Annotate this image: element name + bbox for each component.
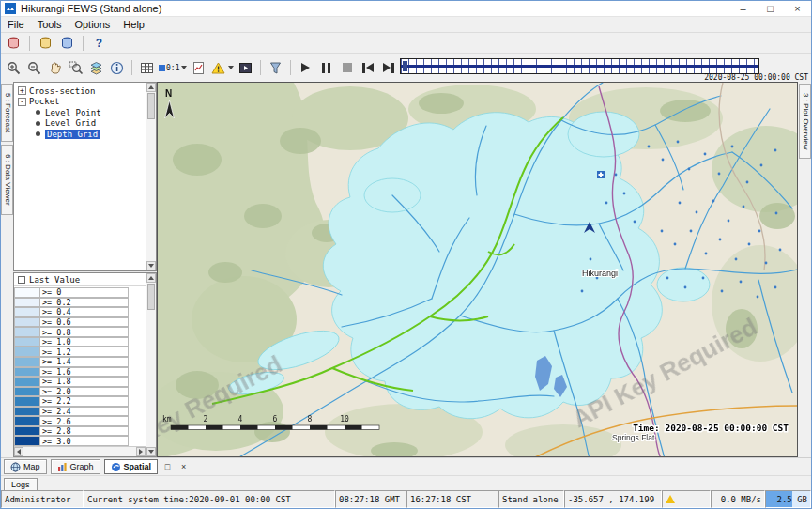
time-slider[interactable]: [400, 58, 759, 74]
layers-tree: + Cross-section - Pocket Level Point Lev…: [13, 82, 157, 271]
scroll-right-icon[interactable]: [136, 447, 146, 456]
animation-export-button[interactable]: [236, 58, 255, 77]
menu-help[interactable]: Help: [116, 19, 151, 30]
view-tab-bar: Map Graph Spatial □ ×: [1, 457, 811, 475]
step-back-icon: [366, 63, 374, 72]
info-button[interactable]: [107, 58, 127, 77]
last-value-checkbox[interactable]: [18, 276, 25, 284]
expander-plus-icon[interactable]: +: [18, 86, 26, 95]
step-forward-icon: [383, 63, 391, 72]
svg-text:4: 4: [238, 415, 243, 424]
scroll-left-icon[interactable]: [14, 447, 23, 456]
tab-spatial[interactable]: Spatial: [104, 459, 159, 474]
expander-minus-icon[interactable]: -: [18, 98, 26, 106]
scroll-thumb[interactable]: [147, 284, 155, 310]
stop-button[interactable]: [337, 58, 357, 77]
legend-swatch: [14, 307, 40, 317]
database-red-button[interactable]: [4, 34, 23, 53]
maximize-button[interactable]: □: [757, 1, 784, 16]
app-logo-icon: [5, 3, 16, 14]
tree-scrollbar[interactable]: [146, 83, 156, 270]
menu-bar: File Tools Options Help: [1, 17, 811, 33]
tree-item-depth-grid[interactable]: Depth Grid: [14, 129, 145, 140]
scroll-up-icon[interactable]: [146, 273, 156, 283]
step-back-button[interactable]: [358, 58, 377, 77]
tree-item-pocket[interactable]: - Pocket: [14, 97, 145, 108]
menu-file[interactable]: File: [1, 19, 31, 30]
timeseries-profile-button[interactable]: [189, 58, 208, 77]
toolbar-separator: [83, 36, 84, 51]
close-tab-button[interactable]: ×: [177, 461, 190, 473]
workspace: 5 : Forecast 6 : Data Viewer + Cross-sec…: [1, 82, 811, 457]
tab-map[interactable]: Map: [4, 459, 47, 474]
scroll-up-icon[interactable]: [146, 83, 156, 92]
tab-forecast[interactable]: 5 : Forecast: [1, 84, 13, 142]
database-blue-button[interactable]: [57, 34, 77, 53]
close-button[interactable]: ×: [784, 1, 811, 16]
ratio-label: 0:1: [166, 64, 179, 72]
svg-text:N: N: [165, 88, 172, 99]
zoom-out-button[interactable]: [24, 58, 44, 77]
toolbar-separator: [29, 36, 30, 51]
status-bar: Administrator Current system time:2020-0…: [1, 490, 811, 508]
status-network: 0.0 MB/s: [711, 490, 765, 508]
legend-row: >= 0.2: [14, 298, 146, 308]
value-ratio-dropdown[interactable]: 0:1: [158, 58, 188, 77]
status-mode: Stand alone: [498, 490, 564, 508]
map-time-label: Time: 2020-08-25 00:00:00 CST: [633, 423, 789, 433]
help-button[interactable]: ?: [89, 34, 109, 53]
hand-icon: [47, 60, 63, 76]
zoom-region-button[interactable]: [66, 58, 85, 77]
play-button[interactable]: [296, 58, 315, 77]
legend-hscrollbar[interactable]: [14, 446, 146, 456]
tab-graph[interactable]: Graph: [51, 459, 100, 474]
profile-tool-button[interactable]: [266, 58, 285, 77]
legend-scrollbar[interactable]: [146, 273, 156, 456]
legend-panel: Last Value >= 0 >= 0.2 >= 0.4 >= 0.6 >= …: [13, 272, 157, 457]
tree-item-cross-section[interactable]: + Cross-section: [14, 85, 145, 97]
left-tab-strip: 5 : Forecast 6 : Data Viewer: [1, 82, 13, 457]
scroll-down-icon[interactable]: [146, 447, 156, 456]
help-icon: ?: [96, 37, 102, 50]
legend-swatch: [14, 426, 40, 437]
tree-item-level-point[interactable]: Level Point: [14, 107, 145, 118]
database-gold-button[interactable]: [36, 34, 55, 53]
label-springs-flat: Springs Flat: [612, 433, 655, 442]
legend-swatch: [14, 357, 40, 367]
scroll-thumb[interactable]: [147, 93, 155, 119]
status-coordinates: -35.657 , 174.199: [564, 490, 662, 508]
status-system-time: Current system time:2020-09-01 00:00 CST: [84, 490, 335, 508]
info-icon: [109, 60, 125, 76]
node-bullet-icon: [36, 121, 40, 126]
legend-swatch: [14, 367, 40, 378]
chevron-down-icon: [228, 66, 234, 69]
thresholds-dropdown[interactable]: [209, 58, 235, 77]
grid-display-button[interactable]: [137, 58, 157, 77]
svg-text:6: 6: [273, 415, 278, 424]
legend-swatch: [14, 416, 40, 426]
play-icon: [301, 63, 310, 72]
legend-row: >= 0: [14, 287, 146, 298]
map-canvas[interactable]: API Key Required API Key Required Hikura…: [158, 83, 798, 457]
detach-tab-button[interactable]: □: [161, 461, 174, 473]
pan-button[interactable]: [45, 58, 65, 77]
zoom-in-button[interactable]: [4, 58, 23, 77]
time-slider-thumb[interactable]: [403, 61, 407, 71]
pause-button[interactable]: [316, 58, 336, 77]
funnel-icon: [268, 60, 283, 76]
svg-text:10: 10: [340, 415, 349, 424]
minimize-button[interactable]: –: [729, 1, 757, 16]
tab-plot-overview[interactable]: 3 : Plot Overview: [799, 84, 811, 159]
logs-button[interactable]: Logs: [4, 478, 38, 491]
layers-button[interactable]: [86, 58, 106, 77]
status-gmt-time: 08:27:18 GMT: [335, 490, 406, 508]
menu-options[interactable]: Options: [68, 19, 116, 30]
menu-tools[interactable]: Tools: [31, 19, 69, 30]
scroll-down-icon[interactable]: [146, 261, 156, 270]
legend-swatch: [14, 387, 40, 397]
tab-data-viewer[interactable]: 6 : Data Viewer: [1, 145, 13, 215]
tree-item-level-grid[interactable]: Level Grid: [14, 118, 145, 130]
legend-row: >= 2.8: [14, 426, 146, 437]
status-alerts[interactable]: [662, 490, 711, 508]
step-forward-button[interactable]: [378, 58, 398, 77]
